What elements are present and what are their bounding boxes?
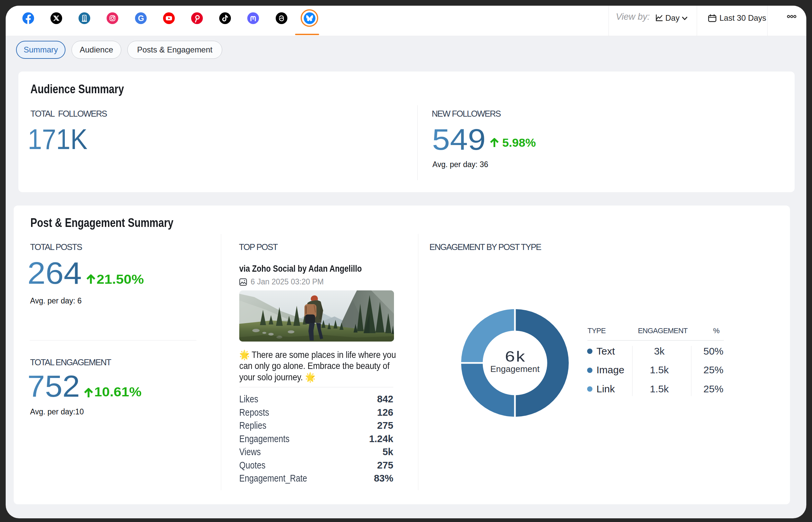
svg-text:G: G [138, 14, 144, 22]
